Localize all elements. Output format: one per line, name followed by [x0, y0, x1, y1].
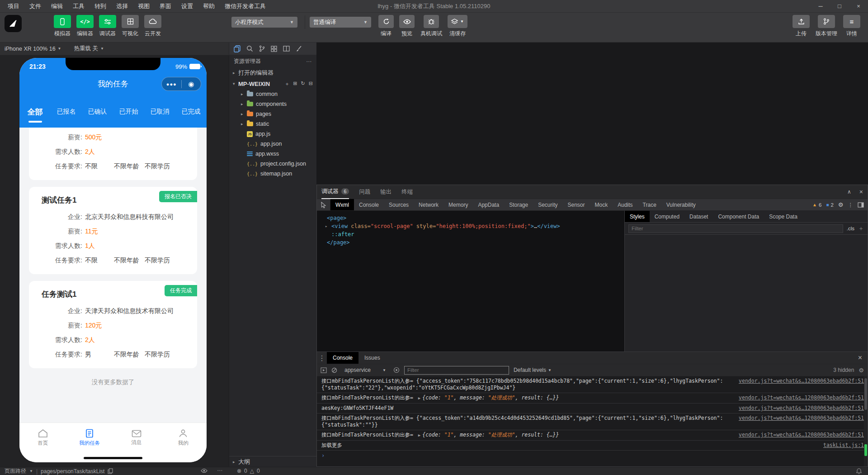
version-control-button[interactable]: 版本管理 — [814, 15, 839, 38]
tab-terminal[interactable]: 终端 — [401, 185, 413, 199]
statusbar-more-icon[interactable]: ⋯ — [217, 467, 223, 474]
devtools-tab[interactable]: Audits — [613, 199, 637, 210]
eval-context-icon[interactable] — [321, 367, 327, 373]
tabbar-my-tasks[interactable]: 我的任务 — [66, 423, 113, 452]
simulator-toggle-button[interactable]: 模拟器 — [52, 15, 73, 38]
wxml-code[interactable]: <page>▸<view class="scrool-page" style="… — [317, 211, 624, 352]
task-card[interactable]: 薪资:500元需求人数:2人任务要求:不限不限年龄不限学历 — [29, 128, 197, 180]
console-source-link[interactable]: vendor.js?t=wechat&s…12080063ebad6b2f:51 — [739, 378, 864, 385]
devtools-tab[interactable]: Mock — [590, 199, 613, 210]
task-card[interactable]: 报名已否决测试任务1企业:北京天邦众和信息科技有限公司薪资:11元需求人数:1人… — [29, 187, 197, 274]
warnings-count[interactable]: 0 — [257, 468, 260, 474]
styles-filter-input[interactable] — [628, 224, 843, 233]
tab-debugger[interactable]: 调试器 6 — [321, 185, 349, 199]
tree-item-project.config.json[interactable]: {..}project.config.json — [229, 159, 316, 169]
console-log-row[interactable]: 接口mbFindTaskPersonList的出参= ▶{code: "1", … — [317, 430, 868, 441]
new-file-icon[interactable]: ＋ — [284, 81, 289, 87]
project-root[interactable]: ▾ MP-WEIXIN ＋ ⊞ ↻ ⊟ — [229, 78, 316, 89]
tree-item-app.js[interactable]: JSapp.js — [229, 129, 316, 139]
styles-panel-tab[interactable]: Styles — [625, 211, 650, 222]
git-panel-icon[interactable] — [259, 45, 265, 52]
devtools-tab[interactable]: Trace — [638, 199, 661, 210]
minimize-button[interactable]: ─ — [811, 0, 830, 13]
tree-item-static[interactable]: ▸static — [229, 119, 316, 129]
split-view-icon[interactable] — [283, 46, 290, 52]
tree-item-pages[interactable]: ▸pages — [229, 109, 316, 119]
copy-path-icon[interactable] — [108, 468, 113, 474]
console-source-link[interactable]: vendor.js?t=wechat&s…12080063ebad6b2f:51 — [739, 415, 864, 422]
tab-confirmed[interactable]: 已确认 — [82, 106, 113, 116]
close-console-icon[interactable]: × — [858, 352, 868, 364]
menu-item[interactable]: 项目 — [4, 1, 24, 12]
styles-panel-tab[interactable]: Component Data — [713, 211, 764, 222]
preview-button[interactable]: 预览 — [397, 15, 416, 38]
devtools-tab[interactable]: Vulnerability — [661, 199, 701, 210]
hot-reload-toggle[interactable]: 热重载 关 ▼ — [74, 45, 104, 52]
collapse-panel-icon[interactable]: ∧ — [847, 189, 851, 195]
tree-item-app.json[interactable]: {..}app.json — [229, 139, 316, 149]
maximize-button[interactable]: □ — [830, 0, 849, 13]
tree-item-app.wxss[interactable]: app.wxss — [229, 149, 316, 159]
search-panel-icon[interactable] — [246, 45, 253, 52]
menu-item[interactable]: 编辑 — [47, 1, 67, 12]
styles-panel-tab[interactable]: Scope Data — [764, 211, 802, 222]
console-settings-icon[interactable]: ⚙ — [859, 367, 864, 374]
refresh-tree-icon[interactable]: ↻ — [301, 81, 305, 87]
kebab-menu-icon[interactable]: ⋮ — [317, 352, 327, 364]
menu-item[interactable]: 界面 — [156, 1, 175, 12]
visualization-button[interactable]: 可视化 — [119, 15, 141, 38]
cls-toggle[interactable]: .cls — [847, 226, 854, 231]
menu-item[interactable]: 帮助 — [199, 1, 219, 12]
console-source-link[interactable]: vendor.js?t=wechat&s…12080063ebad6b2f:51 — [739, 432, 864, 438]
clear-console-icon[interactable] — [331, 367, 337, 373]
console-log-row[interactable]: 接口mbFindTaskPersonList的出参= ▶{code: "1", … — [317, 393, 868, 404]
add-style-rule-icon[interactable]: ＋ — [858, 224, 864, 233]
devtools-tab[interactable]: Wxml — [330, 199, 354, 210]
tab-output[interactable]: 输出 — [380, 185, 392, 199]
compile-button[interactable]: 编译 — [377, 15, 396, 38]
kebab-menu-icon[interactable]: ⋮ — [848, 202, 854, 208]
more-actions-icon[interactable]: ⋯ — [306, 58, 312, 65]
task-card[interactable]: 任务完成任务测试1企业:天津天邦众和信息技术有限公司薪资:120元需求人数:2人… — [29, 281, 197, 368]
collapse-tree-icon[interactable]: ⊟ — [309, 81, 313, 87]
console-log-row[interactable]: 接口mbFindTaskPersonList的入参= {"access_toke… — [317, 413, 868, 430]
tab-started[interactable]: 已开始 — [113, 106, 144, 116]
tab-signed-up[interactable]: 已报名 — [51, 106, 82, 116]
clear-cache-button[interactable]: ▼ 清缓存 — [446, 15, 469, 38]
inspect-element-button[interactable] — [317, 199, 330, 210]
page-path-label[interactable]: 页面路径 — [5, 467, 26, 475]
tabbar-home[interactable]: 首页 — [19, 423, 66, 452]
extensions-panel-icon[interactable] — [271, 46, 277, 52]
expand-node-icon[interactable]: ▸ — [325, 222, 327, 230]
new-folder-icon[interactable]: ⊞ — [293, 81, 297, 87]
editor-toggle-button[interactable]: </> 编辑器 — [74, 15, 96, 38]
console-prompt[interactable]: › — [317, 451, 868, 461]
device-select[interactable]: iPhone XR 100% 16 ▼ — [5, 46, 61, 52]
console-log-row[interactable]: 接口mbFindTaskPersonList的入参= {"access_toke… — [317, 376, 868, 393]
devtools-tab[interactable]: Security — [533, 199, 562, 210]
theme-brush-icon[interactable] — [296, 46, 302, 52]
debugger-toggle-button[interactable]: 调试器 — [97, 15, 118, 38]
tab-completed[interactable]: 已完成 — [175, 106, 207, 116]
console-source-link[interactable]: vendor.js?t=wechat&s…12080063ebad6b2f:51 — [739, 394, 864, 401]
hidden-count[interactable]: 3 hidden — [833, 367, 854, 373]
tab-problems[interactable]: 问题 — [359, 185, 370, 199]
log-levels-select[interactable]: Default levels ▼ — [514, 367, 552, 373]
console-log-row[interactable]: 加载更多taskList.js:1 — [317, 441, 868, 451]
dock-side-icon[interactable] — [858, 202, 864, 208]
styles-panel-tab[interactable]: Dataset — [684, 211, 713, 222]
live-expression-icon[interactable] — [393, 367, 400, 373]
console-tab[interactable]: Console — [327, 352, 359, 364]
devtools-tab[interactable]: Storage — [504, 199, 533, 210]
details-button[interactable]: ≡ 详情 — [841, 15, 863, 38]
console-log-row[interactable]: aesKey:GNWfo5KTJF44eF1Wvendor.js?t=wecha… — [317, 404, 868, 413]
console-source-link[interactable]: taskList.js:1 — [823, 442, 864, 449]
devtools-tab[interactable]: AppData — [473, 199, 504, 210]
issues-tab[interactable]: Issues — [359, 352, 386, 364]
remote-debug-button[interactable]: 真机调试 — [418, 15, 444, 38]
console-scrollbar[interactable] — [864, 376, 868, 466]
compile-mode-select[interactable]: 普通编译 ▼ — [310, 17, 371, 28]
console-filter-input[interactable] — [404, 366, 509, 375]
console-source-link[interactable]: vendor.js?t=wechat&s…12080063ebad6b2f:51 — [739, 405, 864, 412]
cloud-dev-button[interactable]: 云开发 — [142, 15, 164, 38]
